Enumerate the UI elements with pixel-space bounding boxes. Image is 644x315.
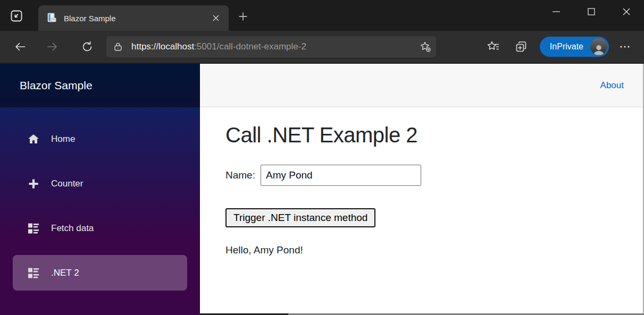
plus-icon (27, 177, 40, 191)
sidebar-item-home[interactable]: Home (13, 121, 187, 157)
new-tab-button[interactable] (234, 8, 252, 24)
tab-actions-icon (10, 9, 23, 23)
sidebar-brand-row: Blazor Sample (0, 64, 200, 107)
tab-strip: Blazor Sample (0, 0, 644, 31)
collections-icon[interactable] (511, 37, 531, 57)
trigger-dotnet-button[interactable]: Trigger .NET instance method (225, 208, 375, 227)
close-window-button[interactable] (609, 0, 644, 23)
nav-menu: Home Counter (0, 107, 200, 291)
home-icon (27, 132, 40, 146)
page-title: Call .NET Example 2 (225, 123, 644, 147)
maximize-button[interactable] (574, 0, 609, 23)
sidebar-item-fetch-data[interactable]: Fetch data (13, 210, 187, 246)
address-bar[interactable]: https://localhost:5001/call-dotnet-examp… (106, 36, 436, 57)
favorites-icon[interactable] (483, 37, 504, 57)
sidebar-item-label: Counter (51, 178, 83, 189)
sidebar: Blazor Sample Home (0, 64, 200, 315)
inprivate-label: InPrivate (550, 42, 583, 52)
minimize-button[interactable] (539, 0, 574, 23)
url-text: https://localhost:5001/call-dotnet-examp… (131, 41, 419, 52)
toolbar-right-group: InPrivate (476, 36, 635, 57)
sidebar-item-label: Fetch data (51, 223, 94, 234)
forward-button[interactable] (41, 36, 63, 57)
sidebar-item-counter[interactable]: Counter (13, 166, 187, 201)
page-viewport: Blazor Sample Home (0, 64, 644, 315)
page-content: Call .NET Example 2 Name: Trigger .NET i… (200, 107, 644, 256)
tab-title: Blazor Sample (64, 14, 208, 23)
browser-tab[interactable]: Blazor Sample (38, 5, 229, 31)
main-area: About Call .NET Example 2 Name: Trigger … (200, 64, 644, 315)
name-label: Name: (225, 169, 255, 181)
navigation-toolbar: https://localhost:5001/call-dotnet-examp… (0, 31, 644, 64)
about-link[interactable]: About (600, 80, 624, 91)
tab-actions-menu-button[interactable] (7, 7, 26, 25)
add-favorite-icon[interactable] (419, 40, 432, 53)
sidebar-item-dotnet-2[interactable]: .NET 2 (13, 255, 187, 291)
inprivate-badge[interactable]: InPrivate (540, 37, 609, 57)
list-rich-icon (27, 266, 40, 280)
settings-menu-icon[interactable] (614, 36, 635, 57)
name-field-row: Name: (225, 165, 644, 186)
browser-window: Blazor Sample (0, 0, 644, 315)
refresh-button[interactable] (77, 36, 98, 57)
sidebar-item-label: .NET 2 (51, 268, 79, 278)
url-path-part: :5001/call-dotnet-example-2 (194, 41, 306, 52)
sidebar-item-label: Home (51, 134, 75, 144)
name-input[interactable] (261, 165, 421, 186)
window-controls (539, 0, 644, 23)
lock-icon[interactable] (113, 41, 123, 52)
tab-close-icon[interactable] (208, 11, 223, 25)
profile-avatar[interactable] (590, 38, 607, 55)
favicon-icon (47, 13, 57, 23)
greeting-text: Hello, Amy Pond! (225, 244, 644, 256)
list-rich-icon (27, 222, 40, 235)
url-secure-part: https://localhost (131, 41, 194, 52)
app-brand[interactable]: Blazor Sample (20, 79, 93, 92)
top-row: About (200, 64, 644, 107)
back-button[interactable] (10, 36, 31, 57)
